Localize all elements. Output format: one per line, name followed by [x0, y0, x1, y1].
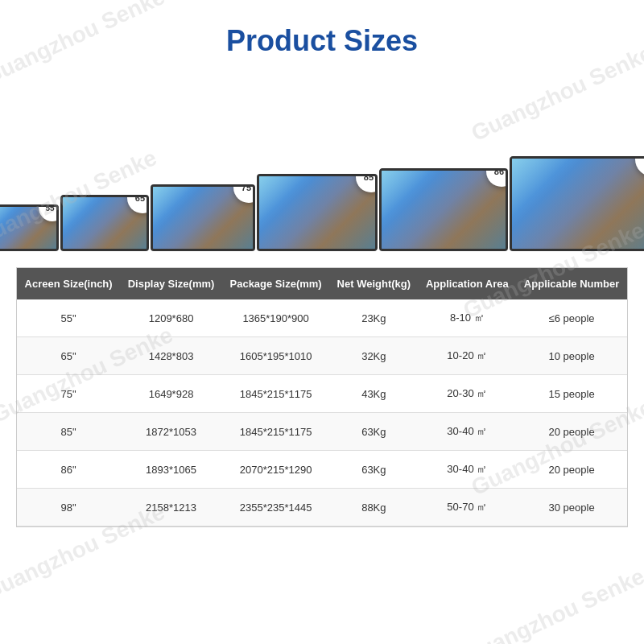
table-header-row: Acreen Size(inch) Display Size(mm) Packa…	[17, 268, 627, 299]
cell-area: 50-70 ㎡	[418, 489, 516, 526]
cell-display: 2158*1213	[120, 489, 222, 526]
cell-weight: 63Kg	[329, 451, 418, 489]
cell-package: 1365*190*900	[222, 299, 329, 337]
cell-display: 1893*1065	[120, 451, 222, 489]
product-table-container: Acreen Size(inch) Display Size(mm) Packa…	[16, 267, 628, 527]
cell-area: 30-40 ㎡	[418, 413, 516, 451]
screen-65-label: 65"	[127, 195, 149, 213]
cell-package: 2355*235*1445	[222, 489, 329, 526]
table-row: 86"1893*10652070*215*129063Kg30-40 ㎡20 p…	[17, 451, 627, 489]
table-row: 55"1209*6801365*190*90023Kg8-10 ㎡≤6 peop…	[17, 299, 627, 337]
screen-75: 75"	[151, 184, 255, 251]
screen-86-display: 86"	[379, 168, 508, 251]
col-net-weight: Net Weight(kg)	[329, 268, 418, 299]
cell-area: 20-30 ㎡	[418, 375, 516, 413]
cell-screen: 65"	[17, 337, 120, 375]
page-title: Product Sizes	[0, 0, 644, 74]
cell-weight: 88Kg	[329, 489, 418, 526]
screen-98: 98"	[510, 156, 645, 251]
screen-55-display: 55"	[0, 204, 59, 251]
screen-85: 85"	[257, 174, 378, 251]
cell-screen: 75"	[17, 375, 120, 413]
cell-package: 1845*215*1175	[222, 413, 329, 451]
cell-weight: 43Kg	[329, 375, 418, 413]
screen-75-label: 75"	[233, 184, 255, 203]
screen-65-display: 65"	[60, 195, 149, 251]
screen-65: 65"	[60, 195, 149, 251]
cell-people: 30 people	[516, 489, 627, 526]
cell-people: 15 people	[516, 375, 627, 413]
cell-people: ≤6 people	[516, 299, 627, 337]
cell-screen: 86"	[17, 451, 120, 489]
cell-people: 10 people	[516, 337, 627, 375]
screen-85-label: 85"	[356, 174, 378, 192]
cell-people: 20 people	[516, 413, 627, 451]
screen-98-label: 98"	[635, 156, 645, 176]
cell-area: 30-40 ㎡	[418, 451, 516, 489]
cell-display: 1209*680	[120, 299, 222, 337]
cell-weight: 23Kg	[329, 299, 418, 337]
cell-screen: 98"	[17, 489, 120, 526]
screens-illustration: 55" 65" 75" 85" 86" 98"	[0, 74, 644, 251]
screen-85-display: 85"	[257, 174, 378, 251]
cell-display: 1872*1053	[120, 413, 222, 451]
cell-screen: 85"	[17, 413, 120, 451]
screen-98-display: 98"	[510, 156, 645, 251]
col-applicable-number: Applicable Number	[516, 268, 627, 299]
screen-75-display: 75"	[151, 184, 255, 251]
cell-weight: 63Kg	[329, 413, 418, 451]
screen-86-label: 86"	[486, 168, 508, 187]
cell-people: 20 people	[516, 451, 627, 489]
cell-area: 8-10 ㎡	[418, 299, 516, 337]
cell-package: 1845*215*1175	[222, 375, 329, 413]
screen-55: 55"	[0, 204, 59, 251]
table-body: 55"1209*6801365*190*90023Kg8-10 ㎡≤6 peop…	[17, 299, 627, 526]
cell-package: 2070*215*1290	[222, 451, 329, 489]
col-application-area: Application Area	[418, 268, 516, 299]
table-row: 98"2158*12132355*235*144588Kg50-70 ㎡30 p…	[17, 489, 627, 526]
col-display-size: Display Size(mm)	[120, 268, 222, 299]
cell-area: 10-20 ㎡	[418, 337, 516, 375]
cell-display: 1649*928	[120, 375, 222, 413]
cell-weight: 32Kg	[329, 337, 418, 375]
table-row: 65"1428*8031605*195*101032Kg10-20 ㎡10 pe…	[17, 337, 627, 375]
cell-package: 1605*195*1010	[222, 337, 329, 375]
product-table: Acreen Size(inch) Display Size(mm) Packa…	[17, 268, 627, 526]
table-row: 75"1649*9281845*215*117543Kg20-30 ㎡15 pe…	[17, 375, 627, 413]
cell-display: 1428*803	[120, 337, 222, 375]
table-row: 85"1872*10531845*215*117563Kg30-40 ㎡20 p…	[17, 413, 627, 451]
col-package-size: Package Size(mm)	[222, 268, 329, 299]
watermark-8: Guangzhou Senke	[459, 564, 644, 644]
col-screen-size: Acreen Size(inch)	[17, 268, 120, 299]
cell-screen: 55"	[17, 299, 120, 337]
screen-86: 86"	[379, 168, 508, 251]
screen-55-label: 55"	[39, 204, 59, 221]
